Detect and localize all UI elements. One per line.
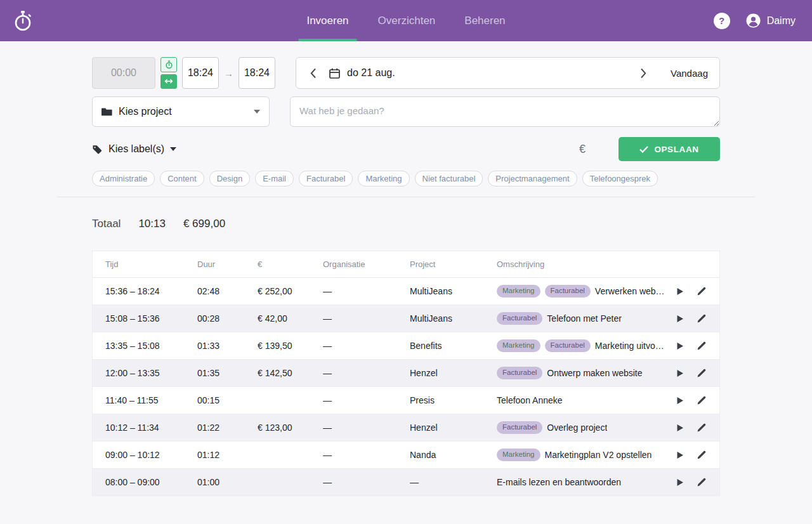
label-chip[interactable]: Design <box>209 171 250 187</box>
cell-tijd: 13:35 – 15:08 <box>93 341 197 351</box>
label-chip[interactable]: Administratie <box>92 171 155 187</box>
next-day-button[interactable] <box>638 65 649 81</box>
play-button[interactable] <box>676 342 684 350</box>
labels-select[interactable]: Kies label(s) <box>92 143 176 155</box>
cell-omschrijving: Telefoon Anneke <box>497 395 665 405</box>
label-badge: Facturabel <box>545 285 591 298</box>
play-button[interactable] <box>676 451 684 459</box>
column-header: Duur <box>197 259 258 269</box>
entry-mode-toggle <box>160 57 177 89</box>
user-name: Daimy <box>767 15 796 27</box>
chevron-down-icon <box>254 110 260 114</box>
cell-omschrijving: FacturabelOntwerp maken website <box>497 367 665 379</box>
label-badge: Facturabel <box>497 421 542 434</box>
timer-display: 00:00 <box>92 57 155 89</box>
current-date-label[interactable]: do 21 aug. <box>347 67 395 79</box>
help-button[interactable]: ? <box>714 13 730 29</box>
label-chip[interactable]: Niet facturabel <box>415 171 483 187</box>
cell-duur: 01:00 <box>197 477 258 487</box>
totals-summary: Totaal 10:13 € 699,00 <box>92 218 720 230</box>
label-chip[interactable]: Projectmanagement <box>488 171 577 187</box>
row-actions <box>665 450 719 460</box>
end-time-input[interactable] <box>239 57 275 89</box>
play-button[interactable] <box>676 287 684 296</box>
project-select-value: Kies project <box>119 106 172 117</box>
omschrijving-text: Marketingplan V2 opstellen <box>545 450 652 460</box>
play-button[interactable] <box>676 424 684 432</box>
label-badge: Facturabel <box>497 312 542 325</box>
label-chip[interactable]: E-mail <box>255 171 294 187</box>
today-button[interactable]: Vandaag <box>671 68 708 79</box>
play-button[interactable] <box>676 315 684 323</box>
label-chip[interactable]: Telefoongesprek <box>582 171 658 187</box>
cell-omschrijving: FacturabelOverleg project <box>497 421 665 434</box>
cell-organisatie: — <box>323 313 410 324</box>
range-mode-button[interactable] <box>160 74 177 89</box>
label-chip[interactable]: Content <box>160 171 204 187</box>
play-button[interactable] <box>676 478 684 487</box>
start-time-input[interactable] <box>182 57 219 89</box>
cell-tijd: 08:00 – 09:00 <box>93 477 197 487</box>
cell-organisatie: — <box>323 395 410 405</box>
folder-icon <box>102 107 112 116</box>
cell-bedrag: € 252,00 <box>258 286 323 296</box>
cell-tijd: 09:00 – 10:12 <box>93 450 197 460</box>
cell-project: Nanda <box>410 450 497 460</box>
edit-button[interactable] <box>697 313 707 324</box>
cell-organisatie: — <box>323 286 410 296</box>
cell-project: Presis <box>410 395 497 405</box>
range-arrows-icon <box>164 78 173 84</box>
stopwatch-icon <box>165 60 173 69</box>
header-right: ? Daimy <box>714 13 796 29</box>
row-actions <box>665 368 719 378</box>
total-amount: € 699,00 <box>183 218 225 230</box>
main-nav: InvoerenOverzichtenBeheren <box>306 0 505 41</box>
cell-omschrijving: FacturabelTelefoon met Peter <box>497 312 665 325</box>
total-label: Totaal <box>92 218 121 230</box>
omschrijving-text: Overleg project <box>547 422 607 433</box>
tab-invoeren[interactable]: Invoeren <box>306 0 348 41</box>
label-chip[interactable]: Marketing <box>358 171 409 187</box>
calendar-icon[interactable] <box>329 68 340 79</box>
previous-day-button[interactable] <box>308 65 319 81</box>
time-arrow: → <box>224 68 233 79</box>
cell-organisatie: — <box>323 341 410 351</box>
cell-duur: 01:22 <box>197 422 258 433</box>
table-row: 15:08 – 15:3600:28€ 42,00—MultiJeansFact… <box>93 305 719 332</box>
column-header: Project <box>410 259 497 269</box>
label-badge: Marketing <box>497 449 540 461</box>
user-menu[interactable]: Daimy <box>745 13 796 29</box>
cell-bedrag: € 42,00 <box>258 313 323 324</box>
label-chip[interactable]: Facturabel <box>299 171 353 187</box>
cell-duur: 01:35 <box>197 368 258 378</box>
cell-bedrag: € 123,00 <box>258 422 323 433</box>
tab-beheren[interactable]: Beheren <box>464 0 505 41</box>
timer-mode-button[interactable] <box>160 57 177 72</box>
edit-button[interactable] <box>697 477 707 487</box>
edit-button[interactable] <box>697 422 707 433</box>
save-button[interactable]: OPSLAAN <box>619 137 720 161</box>
edit-button[interactable] <box>697 341 707 351</box>
omschrijving-text: Marketing uitvoer - s... <box>595 341 665 351</box>
table-row: 09:00 – 10:1201:12—NandaMarketingMarketi… <box>93 442 719 469</box>
stopwatch-logo-icon <box>13 10 33 32</box>
chevron-down-icon <box>170 147 176 151</box>
play-button[interactable] <box>676 369 684 377</box>
table-row: 08:00 – 09:0001:00——E-mails lezen en bea… <box>93 469 719 496</box>
project-select[interactable]: Kies project <box>92 96 270 127</box>
tab-overzichten[interactable]: Overzichten <box>378 0 436 41</box>
cell-duur: 01:12 <box>197 450 258 460</box>
column-header: Tijd <box>93 259 197 269</box>
omschrijving-text: Telefoon Anneke <box>497 395 563 405</box>
edit-button[interactable] <box>697 368 707 378</box>
cell-omschrijving: MarketingFacturabelVerwerken website p..… <box>497 285 665 298</box>
omschrijving-text: Verwerken website p... <box>595 286 665 296</box>
edit-button[interactable] <box>697 450 707 460</box>
description-input[interactable] <box>290 96 720 127</box>
play-button[interactable] <box>676 396 684 405</box>
edit-button[interactable] <box>697 395 707 405</box>
label-badge: Facturabel <box>497 367 542 379</box>
cell-organisatie: — <box>323 477 410 487</box>
edit-button[interactable] <box>697 286 707 296</box>
label-chip-list: AdministratieContentDesignE-mailFacturab… <box>92 171 720 187</box>
